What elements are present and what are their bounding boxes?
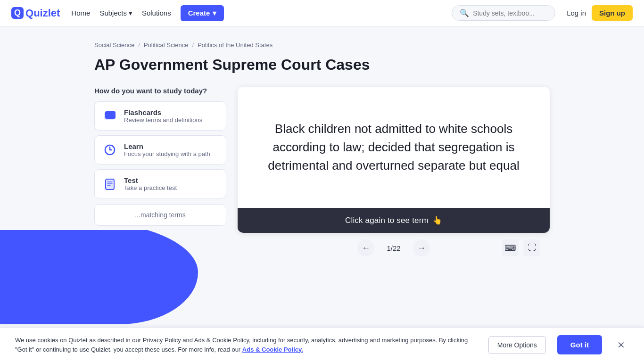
matching-terms-button[interactable]: ...matching terms <box>94 204 226 226</box>
learn-desc: Focus your studying with a path <box>124 150 210 157</box>
flashcard-controls: ← 1/22 → ⌨ ⛶ <box>238 233 550 263</box>
flashcards-desc: Review terms and definitions <box>124 116 202 123</box>
test-icon <box>102 176 117 191</box>
logo[interactable]: Q Quizlet <box>11 7 60 19</box>
nav-subjects[interactable]: Subjects ▾ <box>99 9 132 17</box>
study-layout: How do you want to study today? Flashcar… <box>94 87 550 263</box>
study-panel-heading: How do you want to study today? <box>94 87 226 95</box>
test-label: Test <box>124 176 177 184</box>
signup-button[interactable]: Sign up <box>592 5 633 21</box>
next-card-button[interactable]: → <box>413 239 430 256</box>
fullscreen-button[interactable]: ⛶ <box>523 239 540 256</box>
study-option-flashcards[interactable]: Flashcards Review terms and definitions <box>94 101 226 131</box>
navbar: Q Quizlet Home Subjects ▾ Solutions Crea… <box>0 0 644 26</box>
study-panel: How do you want to study today? Flashcar… <box>94 87 226 226</box>
svg-rect-1 <box>105 111 116 119</box>
flashcard-body[interactable]: Black children not admitted to white sch… <box>238 87 550 208</box>
hand-icon: 👆 <box>432 215 442 225</box>
breadcrumb-political-science[interactable]: Political Science <box>144 41 189 49</box>
cookie-policy-link[interactable]: Ads & Cookie Policy. <box>242 346 303 353</box>
chevron-down-icon: ▾ <box>213 9 216 17</box>
svg-rect-3 <box>106 179 114 189</box>
logo-text: Quizlet <box>25 7 60 19</box>
click-to-see-term-button[interactable]: Click again to see term 👆 <box>238 208 550 233</box>
study-option-learn[interactable]: Learn Focus your studying with a path <box>94 135 226 165</box>
fc-side-controls: ⌨ ⛶ <box>502 239 540 256</box>
navbar-links: Home Subjects ▾ Solutions Create ▾ <box>71 5 440 21</box>
card-counter: 1/22 <box>382 244 405 252</box>
auth-area: Log in Sign up <box>567 5 633 21</box>
page-title: AP Government Supreme Court Cases <box>94 56 550 74</box>
chevron-down-icon: ▾ <box>129 9 132 17</box>
nav-solutions[interactable]: Solutions <box>142 9 171 17</box>
cookie-banner: We use cookies on Quizlet as described i… <box>0 327 644 362</box>
learn-icon <box>102 142 117 157</box>
study-option-test[interactable]: Test Take a practice test <box>94 169 226 198</box>
click-label: Click again to see term <box>345 216 429 225</box>
got-it-button[interactable]: Got it <box>557 335 602 354</box>
flashcard-panel: Black children not admitted to white sch… <box>238 87 550 263</box>
close-cookie-button[interactable]: ✕ <box>613 337 629 353</box>
breadcrumb-sep-2: / <box>192 41 194 49</box>
breadcrumb-social-science[interactable]: Social Science <box>94 41 134 49</box>
learn-label: Learn <box>124 142 210 150</box>
flashcard-icon <box>102 108 117 123</box>
keyboard-button[interactable]: ⌨ <box>502 239 519 256</box>
test-desc: Take a practice test <box>124 184 177 191</box>
nav-home[interactable]: Home <box>71 9 90 17</box>
breadcrumb-sep-1: / <box>138 41 140 49</box>
search-icon: 🔍 <box>460 8 469 17</box>
breadcrumb: Social Science / Political Science / Pol… <box>94 41 550 49</box>
search-bar[interactable]: 🔍 <box>452 5 555 21</box>
more-options-button[interactable]: More Options <box>488 336 546 354</box>
flashcard-container[interactable]: Black children not admitted to white sch… <box>238 87 550 233</box>
logo-icon: Q <box>11 7 24 19</box>
main-content: Social Science / Political Science / Pol… <box>0 26 644 278</box>
login-button[interactable]: Log in <box>567 9 586 17</box>
breadcrumb-politics-us[interactable]: Politics of the United States <box>198 41 272 49</box>
search-input[interactable] <box>473 9 547 17</box>
prev-card-button[interactable]: ← <box>357 239 374 256</box>
flashcards-label: Flashcards <box>124 108 202 116</box>
flashcard-content: Black children not admitted to white sch… <box>260 120 527 175</box>
create-button[interactable]: Create ▾ <box>181 5 224 21</box>
study-options-list: Flashcards Review terms and definitions … <box>94 101 226 198</box>
cookie-text: We use cookies on Quizlet as described i… <box>15 336 477 354</box>
